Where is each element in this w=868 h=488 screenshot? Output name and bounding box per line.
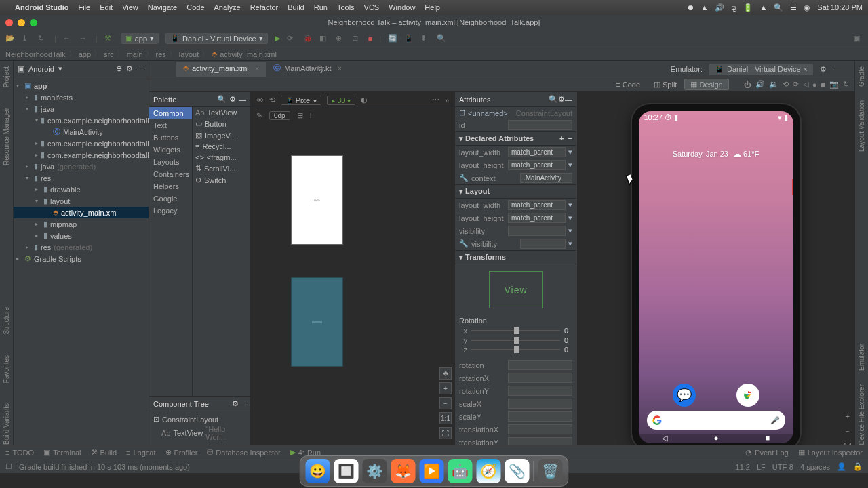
crumb[interactable]: main (127, 50, 143, 58)
device-pill[interactable]: 📱 Pixel ▾ (281, 96, 321, 105)
gutter-emulator[interactable]: Emulator (858, 344, 865, 371)
line-ending[interactable]: LF (757, 463, 766, 471)
menu-build[interactable]: Build (288, 3, 304, 12)
rotation-y-slider[interactable] (471, 340, 560, 341)
lock-icon[interactable]: 🔒 (853, 462, 863, 471)
blueprint-preview[interactable] (292, 278, 342, 366)
crumb[interactable]: app (79, 50, 91, 58)
launchpad-icon[interactable]: 🔲 (334, 459, 359, 483)
profiler-button[interactable]: ⊕Profiler (165, 448, 198, 457)
tab-activity-main[interactable]: ⬘activity_main.xml× (176, 62, 266, 77)
menu-help[interactable]: Help (425, 3, 440, 12)
menu-view[interactable]: View (122, 3, 138, 12)
emu-overview-icon[interactable]: ■ (819, 81, 827, 89)
emulator-min-icon[interactable]: — (833, 65, 841, 73)
collapse-panel-icon[interactable]: — (137, 65, 144, 73)
control-center-icon[interactable]: ☰ (790, 3, 797, 12)
menu-code[interactable]: Code (186, 3, 204, 12)
attr-search-icon[interactable]: 🔍 (549, 95, 558, 104)
eye-icon[interactable]: 👁 (256, 96, 264, 104)
sdk-icon[interactable]: ⬇ (420, 34, 430, 43)
back-icon[interactable]: ← (63, 34, 73, 43)
messages-app-icon[interactable]: 💬 (673, 384, 696, 407)
inspection-icon[interactable]: 👤 (837, 462, 846, 471)
nav-back-icon[interactable]: ◁ (662, 434, 667, 443)
collapse-attrs-icon[interactable]: — (565, 96, 572, 104)
project-options-icon[interactable]: ⊕ (116, 64, 122, 73)
stop-icon[interactable]: ■ (368, 35, 373, 43)
settings-icon[interactable]: ⚙️ (363, 459, 387, 483)
save-icon[interactable]: ⤓ (22, 34, 31, 43)
id-input[interactable] (508, 120, 572, 130)
clock[interactable]: Sat 10:28 PM (817, 3, 863, 12)
project-tree[interactable]: ▾▣app ▸▮manifests ▾▮java ▾▮com.example.n… (14, 77, 149, 267)
firefox-icon[interactable]: 🦊 (391, 459, 416, 483)
gutter-device-file-explorer[interactable]: Device File Explorer (858, 384, 865, 445)
rotation-x-slider[interactable] (471, 330, 560, 331)
gutter-resource-manager[interactable]: Resource Manager (3, 108, 10, 165)
design-mode-button[interactable]: ▦Design (684, 79, 728, 90)
layout-width-input[interactable]: match_parent (508, 147, 566, 157)
guidelines-icon[interactable]: ⊞ (297, 111, 303, 120)
split-mode-button[interactable]: ◫Split (648, 79, 683, 90)
crumb[interactable]: res (156, 50, 166, 58)
close-tab-icon[interactable]: × (338, 64, 342, 73)
gutter-build-variants[interactable]: Build Variants (3, 403, 10, 445)
gear-icon[interactable]: ⚙ (126, 64, 133, 73)
run-icon[interactable]: ▶ (275, 34, 280, 43)
emu-volume-up-icon[interactable]: 🔊 (754, 80, 766, 89)
volume-icon[interactable]: 🔊 (715, 3, 724, 12)
gutter-gradle[interactable]: Gradle (858, 66, 865, 87)
crumb[interactable]: NeighborhoodTalk (5, 50, 66, 58)
module-selector[interactable]: ▣app▾ (121, 33, 159, 44)
minimize-window-icon[interactable] (18, 19, 25, 26)
menu-analyze[interactable]: Analyze (214, 3, 241, 12)
caret-position[interactable]: 11:2 (736, 463, 750, 471)
device-selector[interactable]: 📱Daniel - Virtual Device▾ (165, 33, 268, 44)
open-icon[interactable]: 📂 (5, 34, 15, 43)
layout-inspector-button[interactable]: ▦Layout Inspector (798, 448, 863, 457)
emulator-device-tab[interactable]: 📱Daniel - Virtual Device× (709, 64, 813, 75)
menu-tools[interactable]: Tools (337, 3, 355, 12)
theme-icon[interactable]: ◐ (361, 96, 368, 104)
rotation-z-slider[interactable] (471, 349, 560, 350)
zoom-in-icon[interactable]: + (439, 382, 452, 394)
app-icon[interactable]: 📎 (505, 459, 530, 483)
search-everywhere-icon[interactable]: 🔍 (437, 34, 446, 43)
gear-icon[interactable]: ⚙ (229, 95, 236, 104)
emulator-gear-icon[interactable]: ⚙ (820, 65, 827, 74)
terminal-button[interactable]: ▣Terminal (43, 448, 81, 457)
zoom-out-icon[interactable]: − (439, 397, 452, 409)
gear-icon[interactable]: ⚙ (232, 399, 239, 408)
collapse-palette-icon[interactable]: — (239, 96, 246, 104)
emu-zoom-out-icon[interactable]: − (842, 426, 853, 436)
zoom-window-icon[interactable] (30, 19, 37, 26)
hammer-icon[interactable]: ⚒ (104, 34, 114, 43)
menu-window[interactable]: Window (389, 3, 415, 12)
todo-button[interactable]: ≡TODO (5, 449, 34, 457)
context-input[interactable]: .MainActivity (520, 173, 572, 183)
nav-home-icon[interactable]: ● (714, 434, 719, 442)
tab-recent-icon[interactable]: ⟳ (315, 61, 326, 75)
nav-recent-icon[interactable]: ■ (765, 434, 770, 442)
event-log-button[interactable]: ◔Event Log (745, 448, 789, 457)
sync-gradle-icon[interactable]: 🔄 (388, 34, 397, 43)
menu-edit[interactable]: Edit (100, 3, 113, 12)
menu-run[interactable]: Run (314, 3, 328, 12)
design-canvas[interactable]: 👁 ⟲ 📱 Pixel ▾ ▸ 30 ▾ ◐ ⋯» ✎ 0dp ⊞ I Hell… (251, 92, 454, 445)
cloud-icon[interactable]: ▲ (701, 3, 709, 12)
default-margin[interactable]: 0dp (269, 111, 290, 120)
gutter-structure[interactable]: Structure (3, 307, 10, 335)
emu-rotate-left-icon[interactable]: ⟲ (781, 80, 790, 89)
debug-icon[interactable]: 🐞 (303, 34, 313, 43)
zoom-reset-icon[interactable]: ⛶ (439, 427, 452, 439)
gutter-layout-validation[interactable]: Layout Validation (858, 100, 865, 152)
emu-more-icon[interactable]: ↻ (842, 80, 850, 89)
gutter-project[interactable]: Project (3, 66, 10, 87)
emu-zoom-11-icon[interactable]: 1:1 (842, 441, 853, 445)
palette-search-icon[interactable]: 🔍 (217, 95, 226, 104)
build-button[interactable]: ⚒Build (91, 448, 117, 457)
safari-icon[interactable]: 🧭 (477, 459, 501, 483)
apply-changes-icon[interactable]: ⟳ (287, 34, 296, 43)
collapse-tree-icon[interactable]: — (239, 400, 246, 408)
